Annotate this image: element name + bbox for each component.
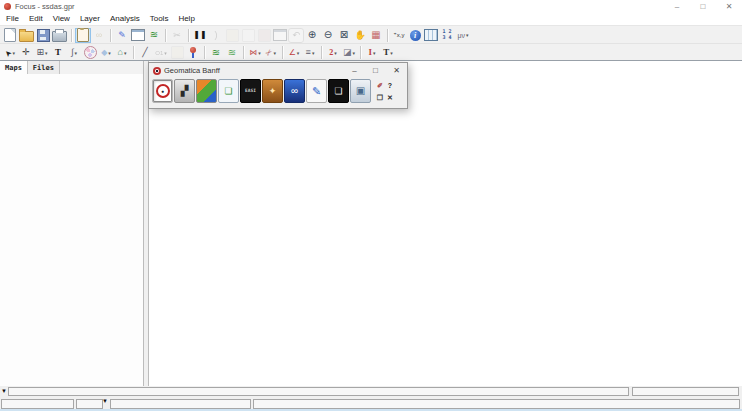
- brush-app-icon[interactable]: ✎: [306, 79, 327, 103]
- palette-2-button[interactable]: [240, 28, 256, 43]
- easi-app-icon[interactable]: EASI: [240, 79, 261, 103]
- status-dropdown-button[interactable]: ▼: [102, 398, 108, 404]
- measure-tool-button-dropdown[interactable]: ▾: [258, 50, 261, 56]
- fill-style-button[interactable]: ◪▾: [341, 45, 357, 60]
- banff-title-bar[interactable]: Geomatica Banff –□✕: [149, 63, 407, 78]
- status-scroll-button[interactable]: ▼: [1, 388, 7, 394]
- window-gray-button[interactable]: [272, 28, 288, 43]
- edit-pencil-button[interactable]: ✎: [114, 28, 130, 43]
- fly-map-app-icon[interactable]: [196, 79, 217, 103]
- fill-style-button-dropdown[interactable]: ▾: [353, 50, 356, 56]
- banff-window-controls: –□✕: [344, 64, 407, 77]
- text-style-button[interactable]: I▾: [364, 45, 380, 60]
- menu-tools[interactable]: Tools: [145, 13, 174, 25]
- banff-maximize-button[interactable]: □: [365, 64, 386, 77]
- swatch-tool-button[interactable]: [169, 45, 185, 60]
- paintbrush-black-button[interactable]: ❚❚: [192, 28, 208, 43]
- clip-frame-app-icon[interactable]: ❏: [328, 79, 349, 103]
- pan-hand-button[interactable]: ✋: [352, 28, 368, 43]
- banff-close-button[interactable]: ✕: [386, 64, 407, 77]
- layer-view-button[interactable]: ≋: [208, 45, 224, 60]
- pen-width-button[interactable]: 2▾: [325, 45, 341, 60]
- title-bar[interactable]: Focus - ssdas.gpr –□✕: [0, 0, 742, 13]
- coordinates-button[interactable]: ⁺x,y: [391, 28, 407, 43]
- sep: [282, 46, 283, 59]
- banff-minimize-button[interactable]: –: [344, 64, 365, 77]
- toolbar-row-2: ➤▾✛⊞▾T∫▾◆▾⌂▾╱O1▾≋≋⋈▾✂▾∠▾≡▾2▾◪▾I▾T▾: [0, 43, 742, 61]
- info-button[interactable]: i: [407, 28, 423, 43]
- link-button[interactable]: ∞: [91, 28, 107, 43]
- banff-close-icon[interactable]: ✕: [385, 91, 395, 103]
- layer-add-button[interactable]: ≋: [224, 45, 240, 60]
- style-picker-button[interactable]: ◆▾: [98, 45, 114, 60]
- cut-button[interactable]: ✂: [169, 28, 185, 43]
- tab-maps[interactable]: Maps: [0, 61, 28, 74]
- open-button[interactable]: [18, 28, 35, 43]
- vertex-edit-tool-button[interactable]: ✛: [18, 45, 34, 60]
- font-style-button[interactable]: T▾: [380, 45, 396, 60]
- algo-librarian-app-icon[interactable]: ✦: [262, 79, 283, 103]
- layers-button[interactable]: ≋: [146, 28, 162, 43]
- sketch-tool-button-dropdown[interactable]: ▾: [74, 50, 77, 56]
- font-style-button-dropdown[interactable]: ▾: [390, 50, 393, 56]
- attribute-table-button[interactable]: [423, 28, 439, 43]
- banff-edit-icon[interactable]: ✐: [375, 79, 385, 91]
- banff-window-icon[interactable]: ❐: [375, 91, 385, 103]
- angle-style-button[interactable]: ∠▾: [286, 45, 302, 60]
- vector-tools-button-dropdown[interactable]: ▾: [466, 32, 469, 38]
- snap-grid-button-dropdown[interactable]: ▾: [45, 50, 48, 56]
- modeler-app-icon[interactable]: ❏: [218, 79, 239, 103]
- banff-help-icon[interactable]: ?: [385, 79, 395, 91]
- print-button[interactable]: [51, 28, 68, 43]
- line-style-button-dropdown[interactable]: ▾: [312, 50, 315, 56]
- zoom-raster-button[interactable]: ▦: [368, 28, 384, 43]
- menu-file[interactable]: File: [1, 13, 24, 25]
- save-button[interactable]: [35, 28, 51, 43]
- curve-button[interactable]: ): [208, 28, 224, 43]
- zoom-in-button[interactable]: ⊕: [304, 28, 320, 43]
- vector-tools-button[interactable]: μν▾: [455, 28, 471, 43]
- import-data-button[interactable]: ⌂▾: [114, 45, 130, 60]
- text-tool-button[interactable]: T: [50, 45, 66, 60]
- style-picker-button-dropdown[interactable]: ▾: [108, 50, 111, 56]
- viewer-app-icon[interactable]: ∞: [284, 79, 305, 103]
- line-tool-button[interactable]: ╱: [137, 45, 153, 60]
- menu-analysis[interactable]: Analysis: [105, 13, 145, 25]
- devices-app-icon[interactable]: ▣: [350, 79, 371, 103]
- sketch-tool-button[interactable]: ∫▾: [66, 45, 82, 60]
- menu-bar: FileEditViewLayerAnalysisToolsHelp: [0, 13, 742, 25]
- line-style-button[interactable]: ≡▾: [302, 45, 318, 60]
- palette-1-button[interactable]: [224, 28, 240, 43]
- new-project-button[interactable]: [2, 28, 18, 43]
- new-window-button[interactable]: [130, 28, 146, 43]
- clip-tool-button[interactable]: ✂▾: [263, 45, 279, 60]
- numeric-display-button[interactable]: 1 2 3 4: [439, 28, 455, 43]
- menu-help[interactable]: Help: [173, 13, 199, 25]
- globe-tool-button[interactable]: [82, 45, 98, 60]
- paste-clipboard-button[interactable]: [75, 28, 91, 43]
- tab-files[interactable]: Files: [28, 61, 60, 74]
- orthoengine-app-icon[interactable]: ▞: [174, 79, 195, 103]
- pen-width-button-dropdown[interactable]: ▾: [334, 50, 337, 56]
- snap-grid-button[interactable]: ⊞▾: [34, 45, 50, 60]
- select-tool-button[interactable]: ➤▾: [2, 45, 18, 60]
- menu-view[interactable]: View: [48, 13, 75, 25]
- close-button[interactable]: ✕: [716, 0, 742, 13]
- menu-layer[interactable]: Layer: [75, 13, 105, 25]
- shape-tools-button[interactable]: O1▾: [153, 45, 169, 60]
- shape-tools-button-dropdown[interactable]: ▾: [164, 50, 167, 56]
- import-data-button-dropdown[interactable]: ▾: [124, 50, 127, 56]
- measure-tool-button[interactable]: ⋈▾: [247, 45, 263, 60]
- minimize-button[interactable]: –: [664, 0, 690, 13]
- undo-button[interactable]: ↶: [288, 28, 304, 43]
- focus-app-icon[interactable]: ●: [152, 79, 173, 103]
- zoom-reset-button[interactable]: ⊠: [336, 28, 352, 43]
- angle-style-button-dropdown[interactable]: ▾: [297, 50, 300, 56]
- zoom-out-button[interactable]: ⊖: [320, 28, 336, 43]
- text-style-button-dropdown[interactable]: ▾: [373, 50, 376, 56]
- menu-edit[interactable]: Edit: [24, 13, 48, 25]
- maximize-button[interactable]: □: [690, 0, 716, 13]
- palette-3-button[interactable]: [256, 28, 272, 43]
- pin-tool-button[interactable]: [185, 45, 201, 60]
- map-canvas[interactable]: [148, 61, 742, 386]
